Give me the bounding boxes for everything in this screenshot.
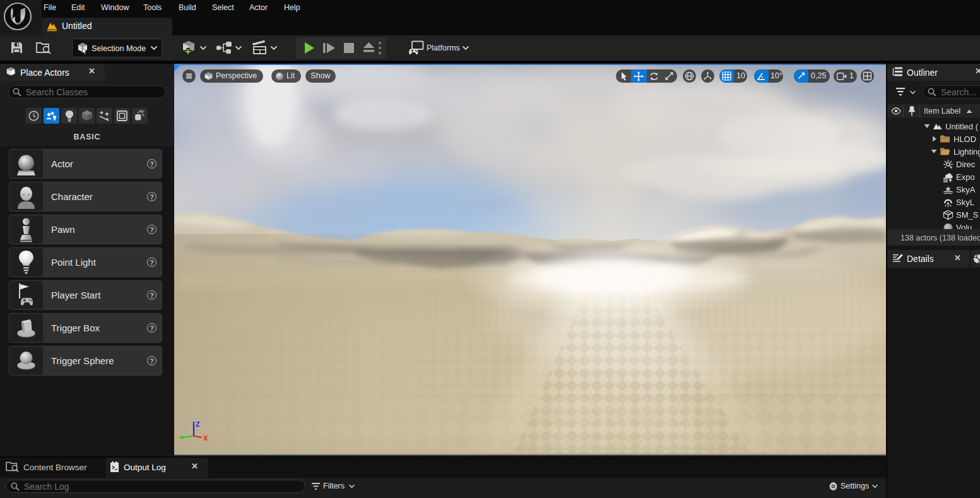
svg-text:X: X [203, 434, 208, 442]
svg-text:Z: Z [196, 420, 200, 428]
